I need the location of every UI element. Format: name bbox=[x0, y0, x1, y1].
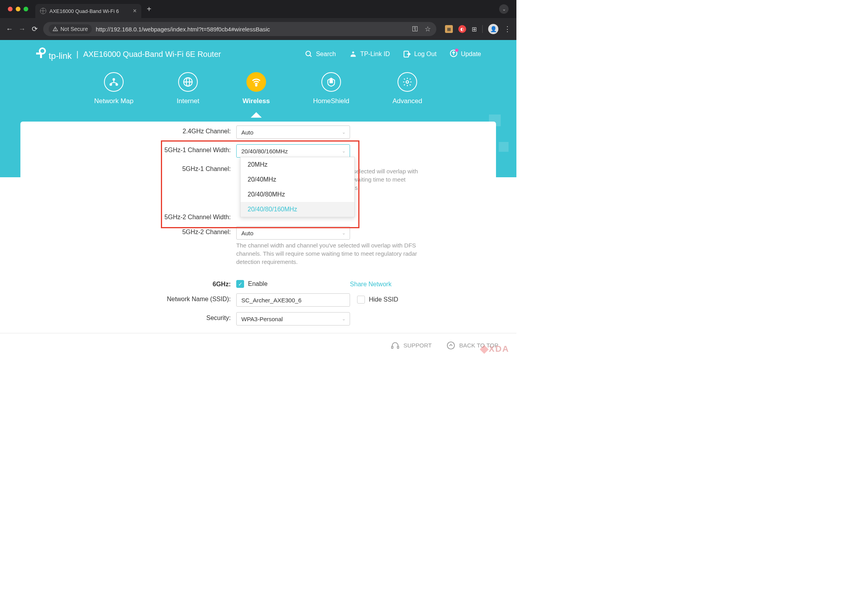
brand-text: tp-link bbox=[49, 51, 72, 61]
bookmark-star-icon[interactable]: ☆ bbox=[425, 25, 431, 33]
browser-tab[interactable]: AXE16000 Quad-Band Wi-Fi 6 × bbox=[35, 4, 141, 18]
extension-1-icon[interactable]: ▦ bbox=[445, 25, 453, 33]
checkbox-hide-ssid[interactable] bbox=[357, 296, 365, 304]
header-separator: | bbox=[77, 50, 78, 59]
svg-rect-19 bbox=[397, 346, 399, 348]
tabs-dropdown-button[interactable]: ⌄ bbox=[499, 4, 509, 14]
label-5ghz2-channel: 5GHz-2 Channel: bbox=[20, 226, 236, 236]
enable-label: Enable bbox=[248, 280, 268, 287]
svg-point-1 bbox=[55, 30, 56, 31]
nav-internet[interactable]: Internet bbox=[177, 72, 199, 105]
svg-rect-4 bbox=[40, 53, 42, 58]
warning-icon bbox=[53, 26, 58, 32]
nav-wireless[interactable]: Wireless bbox=[243, 72, 270, 105]
back-button[interactable]: ← bbox=[5, 25, 13, 33]
internet-icon bbox=[178, 72, 198, 92]
select-5ghz1-width[interactable]: 20/40/80/160MHz ⌄ bbox=[236, 144, 350, 158]
profile-avatar[interactable]: 👤 bbox=[488, 24, 498, 34]
row-ssid: Network Name (SSID): SC_Archer_AXE300_6 … bbox=[20, 293, 496, 307]
tplink-logo-icon bbox=[35, 47, 47, 59]
chevron-down-icon: ⌄ bbox=[342, 148, 346, 154]
advanced-gear-icon bbox=[398, 72, 417, 92]
chevron-down-icon: ⌄ bbox=[342, 230, 346, 236]
headset-icon bbox=[391, 341, 399, 350]
security-indicator[interactable]: Not Secure bbox=[49, 24, 92, 34]
search-icon bbox=[305, 50, 313, 58]
url-text: http://192.168.0.1/webpages/index.html?t… bbox=[96, 26, 270, 33]
channel-width-dropdown: 20MHz 20/40MHz 20/40/80MHz 20/40/80/160M… bbox=[240, 157, 355, 217]
homeshield-icon bbox=[321, 72, 341, 92]
logout-link[interactable]: Log Out bbox=[403, 50, 436, 58]
address-bar[interactable]: Not Secure http://192.168.0.1/webpages/i… bbox=[43, 22, 436, 36]
support-link[interactable]: SUPPORT bbox=[391, 341, 432, 350]
label-24ghz-channel: 2.4GHz Channel: bbox=[20, 125, 236, 135]
brand-logo[interactable]: tp-link bbox=[35, 47, 72, 61]
browser-toolbar: ← → ⟳ Not Secure http://192.168.0.1/webp… bbox=[0, 18, 516, 40]
extensions-puzzle-icon[interactable]: ⊞ bbox=[472, 25, 477, 33]
dropdown-option-20-40mhz[interactable]: 20/40MHz bbox=[241, 172, 354, 187]
svg-point-17 bbox=[406, 81, 409, 84]
password-key-icon[interactable]: ⚿ bbox=[412, 25, 418, 33]
globe-icon bbox=[40, 8, 46, 14]
tplink-id-link[interactable]: TP-Link ID bbox=[349, 50, 390, 58]
row-5ghz1-width: 5GHz-1 Channel Width: 20/40/80/160MHz ⌄ bbox=[20, 144, 496, 158]
close-window-button[interactable] bbox=[8, 7, 13, 11]
share-network-link[interactable]: Share Network bbox=[350, 281, 392, 288]
dfs-warning-partial: selected will overlap withwaiting time t… bbox=[353, 167, 432, 192]
input-ssid[interactable]: SC_Archer_AXE300_6 bbox=[236, 293, 350, 307]
main-navigation: Network Map Internet Wireless HomeShield… bbox=[0, 72, 516, 105]
label-5ghz1-width: 5GHz-1 Channel Width: bbox=[20, 144, 236, 154]
new-tab-button[interactable]: + bbox=[147, 5, 151, 14]
svg-point-16 bbox=[255, 85, 257, 86]
svg-rect-18 bbox=[392, 346, 393, 348]
nav-network-map[interactable]: Network Map bbox=[94, 72, 133, 105]
update-link[interactable]: Update bbox=[450, 49, 481, 59]
maximize-window-button[interactable] bbox=[24, 7, 28, 11]
select-security[interactable]: WPA3-Personal ⌄ bbox=[236, 312, 350, 325]
update-notification-dot bbox=[455, 49, 458, 52]
minimize-window-button[interactable] bbox=[16, 7, 20, 11]
settings-panel: 2.4GHz Channel: Auto ⌄ 5GHz-1 Channel Wi… bbox=[20, 122, 496, 357]
row-security: Security: WPA3-Personal ⌄ bbox=[20, 312, 496, 325]
browser-menu-button[interactable]: ⋮ bbox=[504, 25, 511, 33]
select-5ghz2-channel[interactable]: Auto ⌄ bbox=[236, 226, 350, 240]
svg-point-20 bbox=[447, 342, 454, 349]
svg-point-5 bbox=[306, 51, 311, 56]
window-controls bbox=[8, 7, 28, 11]
label-5ghz1-channel: 5GHz-1 Channel: bbox=[20, 163, 236, 173]
select-24ghz-channel[interactable]: Auto ⌄ bbox=[236, 125, 350, 139]
dropdown-option-20mhz[interactable]: 20MHz bbox=[241, 157, 354, 172]
svg-point-12 bbox=[115, 83, 118, 86]
checkbox-6ghz-enable[interactable]: ✓ bbox=[236, 280, 244, 288]
close-tab-icon[interactable]: × bbox=[133, 7, 137, 15]
xda-watermark: XDA bbox=[481, 344, 509, 354]
arrow-up-circle-icon bbox=[447, 341, 455, 350]
toolbar-divider bbox=[482, 25, 483, 33]
extension-2-icon[interactable]: ◐ bbox=[458, 25, 466, 33]
svg-point-11 bbox=[109, 83, 112, 86]
label-5ghz2-width: 5GHz-2 Channel Width: bbox=[20, 211, 236, 221]
forward-button[interactable]: → bbox=[18, 25, 26, 33]
dropdown-option-20-40-80-160mhz[interactable]: 20/40/80/160MHz bbox=[241, 202, 354, 217]
not-secure-label: Not Secure bbox=[60, 26, 88, 32]
row-24ghz-channel: 2.4GHz Channel: Auto ⌄ bbox=[20, 125, 496, 139]
row-5ghz2-channel: 5GHz-2 Channel: Auto ⌄ The channel width… bbox=[20, 226, 496, 266]
svg-point-7 bbox=[352, 51, 354, 53]
label-6ghz: 6GHz: bbox=[20, 278, 236, 288]
logout-icon bbox=[403, 50, 411, 58]
network-map-icon bbox=[104, 72, 124, 92]
svg-point-10 bbox=[113, 78, 115, 81]
product-name: AXE16000 Quad-Band Wi-Fi 6E Router bbox=[83, 50, 221, 59]
dropdown-option-20-40-80mhz[interactable]: 20/40/80MHz bbox=[241, 187, 354, 202]
search-link[interactable]: Search bbox=[305, 50, 336, 58]
tab-bar: AXE16000 Quad-Band Wi-Fi 6 × + ⌄ bbox=[0, 0, 516, 18]
toolbar-extensions: ▦ ◐ ⊞ 👤 ⋮ bbox=[445, 24, 511, 34]
chevron-down-icon: ⌄ bbox=[342, 129, 346, 135]
tab-title: AXE16000 Quad-Band Wi-Fi 6 bbox=[49, 8, 130, 14]
page-header: tp-link | AXE16000 Quad-Band Wi-Fi 6E Ro… bbox=[0, 40, 516, 61]
nav-advanced[interactable]: Advanced bbox=[392, 72, 422, 105]
reload-button[interactable]: ⟳ bbox=[31, 25, 38, 33]
nav-homeshield[interactable]: HomeShield bbox=[313, 72, 350, 105]
browser-chrome: AXE16000 Quad-Band Wi-Fi 6 × + ⌄ ← → ⟳ N… bbox=[0, 0, 516, 40]
wireless-icon bbox=[246, 72, 266, 92]
